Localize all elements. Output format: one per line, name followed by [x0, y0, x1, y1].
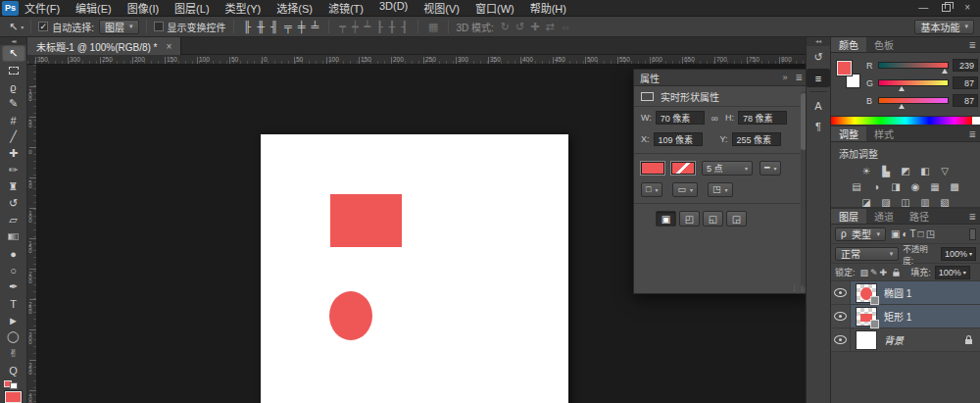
layer-thumbnail[interactable] [856, 283, 877, 303]
crop-tool[interactable]: # [2, 112, 25, 128]
blur-tool[interactable]: ● [2, 245, 25, 262]
opacity-field[interactable]: 100% ▾ [941, 247, 976, 261]
panel-menu-icon[interactable]: ≣ [795, 73, 803, 82]
3d-roll-icon[interactable]: ↺ [513, 21, 527, 32]
align-left-edges-icon[interactable]: ╟ [241, 21, 255, 32]
selective-color-icon[interactable]: ▧ [938, 196, 953, 209]
filter-shape-layers-icon[interactable]: □ [917, 228, 925, 239]
filter-type-layers-icon[interactable]: T [909, 228, 917, 239]
character-panel-icon[interactable]: A [807, 96, 830, 115]
exclude-overlapping-shapes-button[interactable]: ◲ [726, 211, 747, 227]
fill-color-swatch[interactable] [641, 162, 664, 175]
eye-icon[interactable] [834, 288, 847, 297]
posterize-icon[interactable]: ▨ [879, 196, 894, 209]
lock-all-icon[interactable] [893, 272, 899, 277]
stroke-width-field[interactable]: 5 点 ▾ [702, 161, 753, 176]
hue-saturation-icon[interactable]: ▤ [850, 180, 864, 193]
slider-handle-icon[interactable] [942, 69, 948, 74]
align-right-edges-icon[interactable]: ╢ [268, 21, 281, 32]
move-tool[interactable]: ↖ [2, 45, 25, 62]
layer-row[interactable]: 矩形 1 [831, 305, 980, 328]
path-selection-tool[interactable]: ► [2, 312, 25, 328]
stroke-caps-select[interactable]: ▭▾ [672, 182, 698, 197]
workspace-switcher-button[interactable]: 基本功能 ▾ [914, 20, 974, 34]
auto-align-layers-icon[interactable]: ▦ [425, 20, 441, 33]
brightness-contrast-icon[interactable]: ☀ [859, 165, 874, 177]
dock-expand-handle[interactable]: ◂◂ [807, 37, 830, 46]
menu-item-5[interactable]: 选择(S) [276, 0, 313, 16]
lasso-tool[interactable]: ϱ [2, 78, 25, 95]
slider-handle-icon[interactable] [899, 86, 905, 91]
panel-menu-icon[interactable]: ≣ [968, 209, 980, 224]
visibility-cell[interactable] [831, 305, 851, 327]
tool-preset-caret-icon[interactable]: ▾ [21, 24, 24, 30]
tab-layers[interactable]: 图层 [831, 209, 866, 224]
menu-item-8[interactable]: 视图(V) [423, 0, 460, 16]
type-tool[interactable]: T [2, 295, 25, 312]
gradient-tool[interactable] [2, 228, 25, 245]
quick-selection-tool[interactable]: ✎ [2, 95, 25, 112]
stroke-style-select[interactable]: ━ ▾ [760, 161, 781, 176]
align-top-edges-icon[interactable]: ╤ [281, 21, 295, 32]
filter-smart-objects-icon[interactable]: ◳ [925, 228, 936, 239]
stroke-color-swatch[interactable] [671, 162, 695, 175]
menu-item-0[interactable]: 文件(F) [24, 0, 60, 16]
foreground-color-swatch[interactable] [837, 61, 852, 76]
ellipse-tool[interactable]: ◯ [2, 328, 25, 345]
default-colors-icon[interactable] [4, 380, 18, 389]
align-bottom-edges-icon[interactable]: ╧ [309, 21, 322, 32]
channel-slider[interactable] [878, 97, 949, 104]
slider-handle-icon[interactable] [899, 104, 905, 109]
color-lookup-icon[interactable]: ▩ [948, 180, 962, 193]
visibility-cell[interactable] [831, 328, 851, 351]
color-balance-icon[interactable]: ◑ [869, 180, 884, 193]
lock-image-pixels-icon[interactable]: ✎ [869, 268, 879, 277]
toolbar-collapse-handle[interactable]: ◂◂ [0, 37, 26, 45]
visibility-cell[interactable] [831, 281, 851, 304]
show-transform-checkbox[interactable] [154, 22, 164, 31]
channel-slider[interactable] [878, 62, 949, 69]
tab-color[interactable]: 颜色 [831, 37, 866, 52]
menu-item-1[interactable]: 编辑(E) [75, 0, 112, 16]
threshold-icon[interactable]: ◫ [899, 196, 913, 209]
menu-item-9[interactable]: 窗口(W) [475, 0, 514, 16]
fill-field[interactable]: 100% ▾ [935, 266, 970, 279]
foreground-color-swatch[interactable] [5, 391, 22, 403]
distribute-left-edges-icon[interactable]: ┠ [373, 21, 386, 32]
exposure-icon[interactable]: ◧ [918, 165, 933, 177]
distribute-vertical-centers-icon[interactable]: ┿ [349, 21, 362, 32]
y-field[interactable]: 255 像素 [732, 132, 781, 146]
eye-icon[interactable] [834, 335, 847, 344]
photo-filter-icon[interactable]: ◉ [908, 180, 923, 193]
invert-icon[interactable]: ◪ [859, 196, 874, 209]
menu-item-3[interactable]: 图层(L) [174, 0, 209, 16]
zoom-tool[interactable]: Q [2, 362, 25, 378]
color-spectrum-ramp[interactable] [831, 116, 980, 125]
channel-value-field[interactable]: 239 [953, 59, 978, 72]
lock-position-icon[interactable]: ✚ [879, 268, 889, 277]
foreground-background-swatches[interactable] [837, 61, 862, 90]
panel-resize-grip[interactable]: ⋮⋮ [791, 284, 807, 292]
background-color-swatch[interactable] [846, 74, 860, 88]
properties-panel-header[interactable]: 属性 » ≣ [634, 70, 808, 86]
layer-row[interactable]: 椭圆 1 [831, 281, 980, 305]
tab-swatches[interactable]: 色板 [866, 37, 902, 52]
tab-channels[interactable]: 通道 [866, 209, 902, 224]
close-button[interactable]: × [964, 3, 970, 13]
vibrance-icon[interactable]: ▽ [938, 165, 953, 177]
layer-row[interactable]: 背景 [831, 328, 980, 352]
channel-value-field[interactable]: 87 [953, 76, 978, 89]
channel-value-field[interactable]: 87 [953, 94, 978, 107]
eraser-tool[interactable]: ▱ [2, 212, 25, 228]
properties-panel-icon[interactable]: ≡ [807, 69, 830, 87]
auto-select-target-select[interactable]: 图层 ▾ [99, 20, 139, 34]
x-field[interactable]: 109 像素 [654, 132, 703, 146]
align-vertical-centers-icon[interactable]: ╪ [295, 21, 309, 32]
layer-filter-toggle[interactable] [969, 228, 976, 240]
menu-item-2[interactable]: 图像(I) [127, 0, 159, 16]
move-tool-preset-icon[interactable]: ↖ [6, 20, 21, 33]
paragraph-panel-icon[interactable]: ¶ [807, 117, 830, 135]
menu-item-4[interactable]: 类型(Y) [225, 0, 262, 16]
auto-select-checkbox[interactable]: ✓ [38, 22, 48, 31]
collapse-panel-icon[interactable]: » [782, 73, 787, 82]
